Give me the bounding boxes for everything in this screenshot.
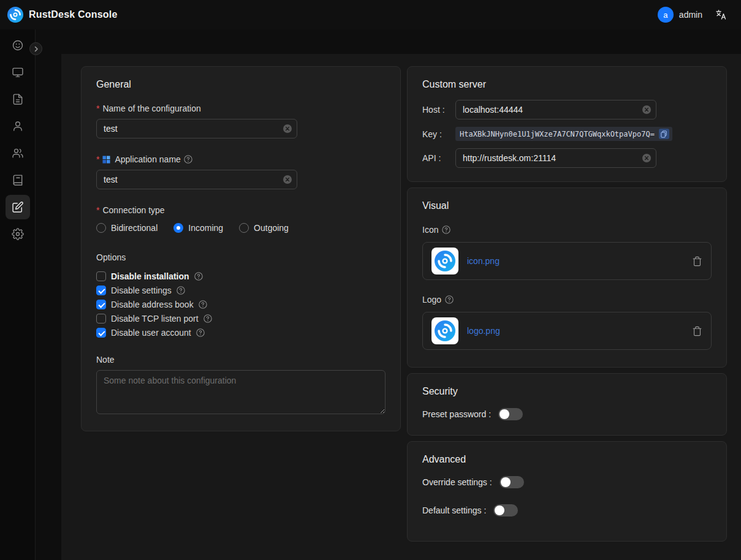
- checkbox-disable-settings[interactable]: Disable settings: [96, 286, 386, 295]
- preset-password-label: Preset password :: [422, 409, 491, 419]
- icon-preview-image: [431, 248, 458, 274]
- required-mark: *: [96, 154, 99, 164]
- preset-password-toggle[interactable]: [498, 408, 523, 420]
- top-bar: RustDesk Console a admin: [0, 0, 741, 29]
- sidebar-item-settings[interactable]: [6, 222, 30, 246]
- key-row: Key : HtaXBkJNHyn0e1U1jWXze7A7CN7QTGWqxk…: [422, 127, 712, 141]
- override-settings-toggle[interactable]: [500, 476, 524, 488]
- sidebar-item-dashboard[interactable]: [6, 33, 30, 58]
- logo-label-text: Logo: [422, 295, 441, 305]
- checkbox-disable-user-account[interactable]: Disable user account: [96, 328, 386, 338]
- checkbox-label: Disable address book: [111, 300, 194, 309]
- sidebar-item-custom-client[interactable]: [6, 195, 30, 219]
- checkbox-box[interactable]: [96, 286, 106, 295]
- clear-input-icon[interactable]: [642, 154, 651, 162]
- config-name-label-text: Name of the configuration: [102, 104, 200, 113]
- general-card-title: General: [96, 79, 386, 90]
- sidebar-item-documents[interactable]: [6, 87, 30, 112]
- advanced-card: Advanced Override settings : Default set…: [407, 441, 727, 542]
- help-icon[interactable]: [196, 328, 205, 337]
- config-name-input[interactable]: [96, 119, 297, 138]
- override-settings-label: Override settings :: [422, 477, 492, 487]
- checkbox-disable-tcp-listen-port[interactable]: Disable TCP listen port: [96, 314, 386, 324]
- key-label: Key :: [422, 129, 455, 139]
- icon-upload-label: Icon: [422, 225, 712, 235]
- help-icon[interactable]: [445, 295, 454, 304]
- help-icon[interactable]: [184, 155, 192, 164]
- chevron-right-icon: [33, 46, 39, 52]
- clear-input-icon[interactable]: [283, 175, 292, 184]
- host-label: Host :: [422, 105, 455, 115]
- radio-incoming[interactable]: Incoming: [173, 223, 223, 233]
- radio-dot[interactable]: [96, 223, 106, 233]
- default-settings-row: Default settings :: [422, 504, 712, 516]
- logo-upload-box: logo.png: [422, 312, 712, 350]
- delete-icon[interactable]: [692, 256, 702, 267]
- application-name-label: * Application name: [96, 154, 386, 164]
- copy-icon[interactable]: [659, 129, 669, 139]
- options-checkbox-list: Disable installation Disable settings Di…: [96, 271, 386, 338]
- checkbox-disable-address-book[interactable]: Disable address book: [96, 300, 386, 309]
- icon-file-link[interactable]: icon.png: [467, 256, 683, 266]
- preset-password-row: Preset password :: [422, 408, 712, 420]
- api-label: API :: [422, 153, 455, 163]
- smiley-icon: [12, 39, 24, 51]
- checkbox-box[interactable]: [96, 328, 106, 338]
- note-textarea[interactable]: [96, 370, 386, 414]
- logbook-icon: [12, 174, 24, 186]
- help-icon[interactable]: [203, 314, 212, 323]
- default-settings-toggle[interactable]: [493, 504, 518, 516]
- help-icon[interactable]: [442, 225, 450, 234]
- sidebar-item-users[interactable]: [6, 114, 30, 138]
- checkbox-disable-installation[interactable]: Disable installation: [96, 271, 386, 281]
- default-settings-label: Default settings :: [422, 505, 486, 515]
- required-mark: *: [96, 205, 99, 215]
- checkbox-box[interactable]: [96, 300, 106, 309]
- user-menu[interactable]: a admin: [658, 7, 702, 23]
- user-group-icon: [12, 147, 24, 159]
- radio-outgoing[interactable]: Outgoing: [239, 223, 289, 233]
- api-input[interactable]: [455, 148, 656, 168]
- logo-file-link[interactable]: logo.png: [467, 326, 683, 336]
- delete-icon[interactable]: [692, 326, 702, 336]
- language-icon[interactable]: [715, 9, 728, 21]
- checkbox-box[interactable]: [96, 271, 106, 281]
- options-label: Options: [96, 252, 386, 262]
- application-name-input-wrap: [96, 170, 297, 189]
- brand: RustDesk Console: [7, 7, 118, 23]
- icon-label-text: Icon: [422, 225, 438, 235]
- visual-card: Visual Icon icon.png: [407, 187, 727, 368]
- general-card: General * Name of the configuration * Ap…: [81, 66, 401, 431]
- override-settings-row: Override settings :: [422, 476, 712, 488]
- avatar[interactable]: a: [658, 7, 674, 23]
- app-title: RustDesk Console: [29, 9, 118, 20]
- checkbox-label: Disable user account: [111, 328, 191, 338]
- help-icon[interactable]: [199, 300, 207, 309]
- monitor-icon: [12, 66, 24, 78]
- sidebar-item-audit[interactable]: [6, 168, 30, 192]
- sidebar-collapse-button[interactable]: [29, 42, 42, 55]
- checkbox-box[interactable]: [96, 314, 106, 324]
- advanced-title: Advanced: [422, 454, 712, 465]
- help-icon[interactable]: [177, 286, 185, 295]
- logo-preview-image: [431, 317, 458, 344]
- help-icon[interactable]: [194, 272, 203, 281]
- custom-server-card: Custom server Host : Key : HtaXBkJNHyn0e…: [407, 66, 727, 182]
- radio-label: Outgoing: [254, 223, 289, 233]
- windows-icon: [102, 156, 110, 164]
- host-input[interactable]: [455, 100, 656, 119]
- content-area: General * Name of the configuration * Ap…: [61, 54, 741, 560]
- clear-input-icon[interactable]: [642, 105, 651, 114]
- document-icon: [12, 93, 24, 105]
- clear-input-icon[interactable]: [283, 124, 292, 133]
- icon-upload-box: icon.png: [422, 242, 712, 280]
- radio-label: Incoming: [188, 223, 223, 233]
- note-label: Note: [96, 355, 386, 365]
- sidebar-item-devices[interactable]: [6, 60, 30, 85]
- radio-dot[interactable]: [173, 223, 183, 233]
- edit-square-icon: [12, 201, 24, 213]
- application-name-input[interactable]: [96, 170, 297, 189]
- sidebar-item-groups[interactable]: [6, 141, 30, 165]
- radio-dot[interactable]: [239, 223, 249, 233]
- radio-bidirectional[interactable]: Bidirectional: [96, 223, 158, 233]
